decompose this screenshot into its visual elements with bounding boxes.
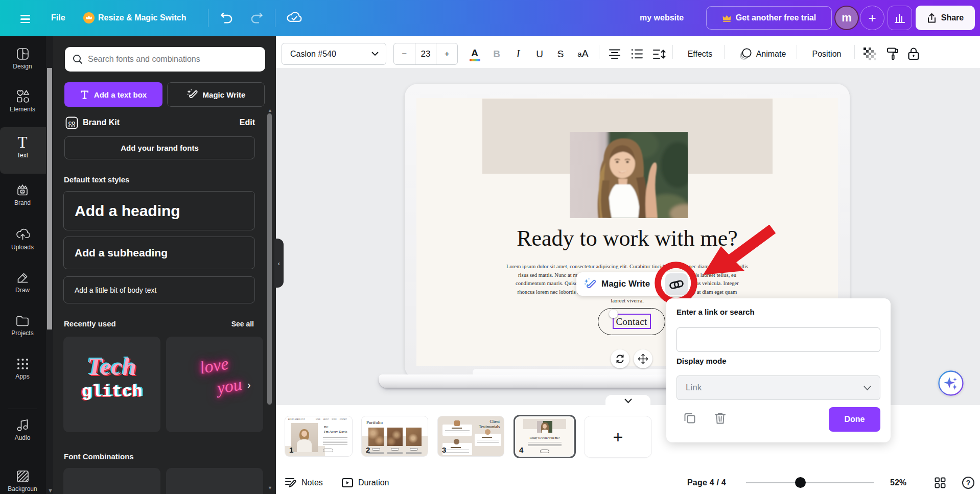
svg-text:T: T (18, 134, 28, 149)
svg-text:CO: CO (68, 121, 76, 126)
svg-text:CO: CO (20, 190, 25, 193)
